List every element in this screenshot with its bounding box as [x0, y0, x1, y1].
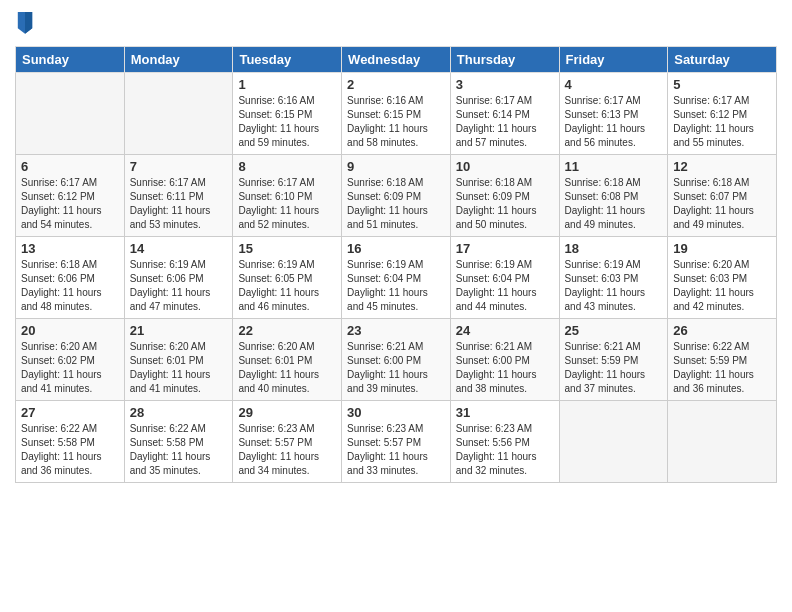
calendar-cell: 23Sunrise: 6:21 AMSunset: 6:00 PMDayligh… — [342, 319, 451, 401]
cell-info: Sunrise: 6:19 AMSunset: 6:06 PMDaylight:… — [130, 258, 228, 314]
calendar-week-row: 20Sunrise: 6:20 AMSunset: 6:02 PMDayligh… — [16, 319, 777, 401]
calendar-cell: 14Sunrise: 6:19 AMSunset: 6:06 PMDayligh… — [124, 237, 233, 319]
calendar-cell: 6Sunrise: 6:17 AMSunset: 6:12 PMDaylight… — [16, 155, 125, 237]
calendar-cell: 31Sunrise: 6:23 AMSunset: 5:56 PMDayligh… — [450, 401, 559, 483]
cell-info: Sunrise: 6:21 AMSunset: 6:00 PMDaylight:… — [456, 340, 554, 396]
day-number: 17 — [456, 241, 554, 256]
calendar-week-row: 27Sunrise: 6:22 AMSunset: 5:58 PMDayligh… — [16, 401, 777, 483]
day-number: 23 — [347, 323, 445, 338]
calendar-cell: 26Sunrise: 6:22 AMSunset: 5:59 PMDayligh… — [668, 319, 777, 401]
day-number: 16 — [347, 241, 445, 256]
day-number: 2 — [347, 77, 445, 92]
cell-info: Sunrise: 6:20 AMSunset: 6:03 PMDaylight:… — [673, 258, 771, 314]
header — [15, 10, 777, 38]
cell-info: Sunrise: 6:19 AMSunset: 6:04 PMDaylight:… — [347, 258, 445, 314]
cell-info: Sunrise: 6:20 AMSunset: 6:01 PMDaylight:… — [130, 340, 228, 396]
day-number: 10 — [456, 159, 554, 174]
cell-info: Sunrise: 6:17 AMSunset: 6:12 PMDaylight:… — [673, 94, 771, 150]
calendar-cell: 27Sunrise: 6:22 AMSunset: 5:58 PMDayligh… — [16, 401, 125, 483]
cell-info: Sunrise: 6:17 AMSunset: 6:12 PMDaylight:… — [21, 176, 119, 232]
calendar-cell: 19Sunrise: 6:20 AMSunset: 6:03 PMDayligh… — [668, 237, 777, 319]
cell-info: Sunrise: 6:23 AMSunset: 5:57 PMDaylight:… — [238, 422, 336, 478]
calendar-cell: 10Sunrise: 6:18 AMSunset: 6:09 PMDayligh… — [450, 155, 559, 237]
calendar-cell: 8Sunrise: 6:17 AMSunset: 6:10 PMDaylight… — [233, 155, 342, 237]
calendar-cell: 12Sunrise: 6:18 AMSunset: 6:07 PMDayligh… — [668, 155, 777, 237]
day-number: 12 — [673, 159, 771, 174]
calendar-cell: 17Sunrise: 6:19 AMSunset: 6:04 PMDayligh… — [450, 237, 559, 319]
cell-info: Sunrise: 6:22 AMSunset: 5:59 PMDaylight:… — [673, 340, 771, 396]
cell-info: Sunrise: 6:19 AMSunset: 6:04 PMDaylight:… — [456, 258, 554, 314]
day-number: 29 — [238, 405, 336, 420]
calendar-cell: 30Sunrise: 6:23 AMSunset: 5:57 PMDayligh… — [342, 401, 451, 483]
day-number: 25 — [565, 323, 663, 338]
calendar-cell: 28Sunrise: 6:22 AMSunset: 5:58 PMDayligh… — [124, 401, 233, 483]
header-saturday: Saturday — [668, 47, 777, 73]
calendar-cell: 20Sunrise: 6:20 AMSunset: 6:02 PMDayligh… — [16, 319, 125, 401]
day-number: 31 — [456, 405, 554, 420]
cell-info: Sunrise: 6:18 AMSunset: 6:09 PMDaylight:… — [456, 176, 554, 232]
day-number: 15 — [238, 241, 336, 256]
header-thursday: Thursday — [450, 47, 559, 73]
header-monday: Monday — [124, 47, 233, 73]
calendar-week-row: 1Sunrise: 6:16 AMSunset: 6:15 PMDaylight… — [16, 73, 777, 155]
cell-info: Sunrise: 6:21 AMSunset: 6:00 PMDaylight:… — [347, 340, 445, 396]
cell-info: Sunrise: 6:17 AMSunset: 6:14 PMDaylight:… — [456, 94, 554, 150]
day-number: 9 — [347, 159, 445, 174]
cell-info: Sunrise: 6:20 AMSunset: 6:02 PMDaylight:… — [21, 340, 119, 396]
calendar-cell: 5Sunrise: 6:17 AMSunset: 6:12 PMDaylight… — [668, 73, 777, 155]
cell-info: Sunrise: 6:18 AMSunset: 6:08 PMDaylight:… — [565, 176, 663, 232]
calendar-cell — [124, 73, 233, 155]
cell-info: Sunrise: 6:22 AMSunset: 5:58 PMDaylight:… — [21, 422, 119, 478]
day-number: 21 — [130, 323, 228, 338]
day-number: 7 — [130, 159, 228, 174]
cell-info: Sunrise: 6:20 AMSunset: 6:01 PMDaylight:… — [238, 340, 336, 396]
day-number: 19 — [673, 241, 771, 256]
cell-info: Sunrise: 6:19 AMSunset: 6:03 PMDaylight:… — [565, 258, 663, 314]
day-number: 27 — [21, 405, 119, 420]
calendar-cell: 13Sunrise: 6:18 AMSunset: 6:06 PMDayligh… — [16, 237, 125, 319]
header-wednesday: Wednesday — [342, 47, 451, 73]
calendar-cell: 7Sunrise: 6:17 AMSunset: 6:11 PMDaylight… — [124, 155, 233, 237]
calendar-cell: 24Sunrise: 6:21 AMSunset: 6:00 PMDayligh… — [450, 319, 559, 401]
svg-marker-1 — [25, 12, 32, 34]
cell-info: Sunrise: 6:16 AMSunset: 6:15 PMDaylight:… — [238, 94, 336, 150]
cell-info: Sunrise: 6:23 AMSunset: 5:56 PMDaylight:… — [456, 422, 554, 478]
calendar-header-row: SundayMondayTuesdayWednesdayThursdayFrid… — [16, 47, 777, 73]
day-number: 8 — [238, 159, 336, 174]
calendar-cell: 15Sunrise: 6:19 AMSunset: 6:05 PMDayligh… — [233, 237, 342, 319]
calendar-week-row: 13Sunrise: 6:18 AMSunset: 6:06 PMDayligh… — [16, 237, 777, 319]
cell-info: Sunrise: 6:17 AMSunset: 6:11 PMDaylight:… — [130, 176, 228, 232]
cell-info: Sunrise: 6:18 AMSunset: 6:09 PMDaylight:… — [347, 176, 445, 232]
day-number: 14 — [130, 241, 228, 256]
header-sunday: Sunday — [16, 47, 125, 73]
header-tuesday: Tuesday — [233, 47, 342, 73]
calendar-week-row: 6Sunrise: 6:17 AMSunset: 6:12 PMDaylight… — [16, 155, 777, 237]
calendar-cell: 11Sunrise: 6:18 AMSunset: 6:08 PMDayligh… — [559, 155, 668, 237]
calendar-cell: 16Sunrise: 6:19 AMSunset: 6:04 PMDayligh… — [342, 237, 451, 319]
cell-info: Sunrise: 6:18 AMSunset: 6:07 PMDaylight:… — [673, 176, 771, 232]
cell-info: Sunrise: 6:17 AMSunset: 6:13 PMDaylight:… — [565, 94, 663, 150]
calendar-cell: 9Sunrise: 6:18 AMSunset: 6:09 PMDaylight… — [342, 155, 451, 237]
calendar-table: SundayMondayTuesdayWednesdayThursdayFrid… — [15, 46, 777, 483]
logo — [15, 10, 36, 38]
cell-info: Sunrise: 6:16 AMSunset: 6:15 PMDaylight:… — [347, 94, 445, 150]
day-number: 11 — [565, 159, 663, 174]
calendar-cell: 2Sunrise: 6:16 AMSunset: 6:15 PMDaylight… — [342, 73, 451, 155]
cell-info: Sunrise: 6:18 AMSunset: 6:06 PMDaylight:… — [21, 258, 119, 314]
day-number: 24 — [456, 323, 554, 338]
cell-info: Sunrise: 6:22 AMSunset: 5:58 PMDaylight:… — [130, 422, 228, 478]
logo-icon — [16, 10, 34, 34]
cell-info: Sunrise: 6:19 AMSunset: 6:05 PMDaylight:… — [238, 258, 336, 314]
calendar-cell: 1Sunrise: 6:16 AMSunset: 6:15 PMDaylight… — [233, 73, 342, 155]
day-number: 1 — [238, 77, 336, 92]
calendar-cell: 25Sunrise: 6:21 AMSunset: 5:59 PMDayligh… — [559, 319, 668, 401]
calendar-cell: 4Sunrise: 6:17 AMSunset: 6:13 PMDaylight… — [559, 73, 668, 155]
day-number: 13 — [21, 241, 119, 256]
day-number: 4 — [565, 77, 663, 92]
day-number: 22 — [238, 323, 336, 338]
page: SundayMondayTuesdayWednesdayThursdayFrid… — [0, 0, 792, 612]
day-number: 20 — [21, 323, 119, 338]
cell-info: Sunrise: 6:17 AMSunset: 6:10 PMDaylight:… — [238, 176, 336, 232]
calendar-cell: 21Sunrise: 6:20 AMSunset: 6:01 PMDayligh… — [124, 319, 233, 401]
calendar-cell — [668, 401, 777, 483]
